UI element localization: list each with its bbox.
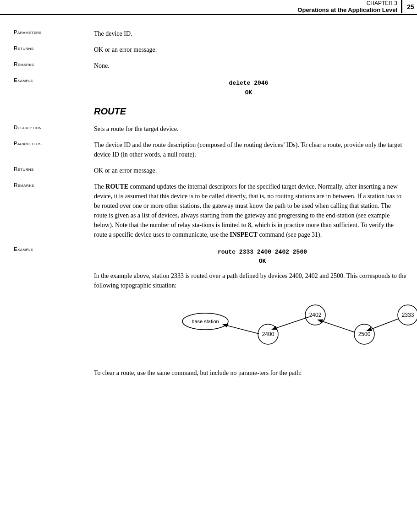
route-example-desc: In the example above, station 2333 is ro…	[94, 271, 417, 290]
route-remarks-row: Remarks The ROUTE command updates the in…	[14, 182, 403, 239]
route-example-row: Example route 2333 2400 2402 2500 OK In …	[14, 246, 403, 378]
example-label: Example	[14, 77, 94, 83]
route-description-content: Sets a route for the target device.	[94, 124, 403, 134]
page-number: 25	[401, 0, 417, 13]
chapter-subtitle: Operations at the Application Level	[0, 6, 401, 13]
route-returns-content: OK or an error message.	[94, 166, 403, 175]
topology-diagram: base station 2400 2402 2500 2333	[174, 299, 417, 359]
example-row: Example delete 2046 OK	[14, 77, 403, 100]
route-description-row: Description Sets a route for the target …	[14, 124, 403, 134]
node-2402-label: 2402	[309, 312, 322, 318]
route-section-title: ROUTE	[94, 106, 403, 117]
header-left: CHAPTER 3 Operations at the Application …	[0, 0, 401, 13]
route-parameters-row: Parameters The device ID and the route d…	[14, 140, 403, 159]
svg-line-2	[318, 320, 355, 332]
node-2333-label: 2333	[402, 312, 414, 318]
svg-line-0	[224, 325, 259, 334]
returns-label: Returns	[14, 45, 94, 51]
remarks-label: Remarks	[14, 61, 94, 67]
svg-line-3	[368, 319, 399, 331]
route-returns-label: Returns	[14, 166, 94, 172]
route-parameters-label: Parameters	[14, 140, 94, 146]
svg-line-1	[273, 317, 309, 329]
diagram-svg: base station 2400 2402 2500 2333	[174, 299, 417, 359]
example-code: delete 2046 OK	[94, 79, 403, 98]
parameters-row: Parameters The device ID.	[14, 29, 403, 38]
route-returns-row: Returns OK or an error message.	[14, 166, 403, 175]
returns-row: Returns OK or an error message.	[14, 45, 403, 54]
example-content: delete 2046 OK	[94, 77, 403, 100]
parameters-label: Parameters	[14, 29, 94, 35]
node-2400-label: 2400	[262, 331, 274, 337]
page-content: Parameters The device ID. Returns OK or …	[0, 29, 417, 398]
route-example-label: Example	[14, 246, 94, 252]
remarks-row: Remarks None.	[14, 61, 403, 71]
route-remarks-label: Remarks	[14, 182, 94, 188]
route-parameters-content: The device ID and the route description …	[94, 140, 403, 159]
node-2500-label: 2500	[358, 331, 371, 337]
remarks-content: None.	[94, 61, 403, 71]
route-example-code: route 2333 2400 2402 2500 OK	[94, 248, 417, 267]
base-station-label: base station	[192, 319, 219, 324]
route-remarks-content: The ROUTE command updates the internal d…	[94, 182, 403, 239]
route-example-content: route 2333 2400 2402 2500 OK In the exam…	[94, 246, 417, 378]
route-description-label: Description	[14, 124, 94, 130]
clear-route-text: To clear a route, use the same command, …	[94, 368, 417, 378]
returns-content: OK or an error message.	[94, 45, 403, 54]
page-header: CHAPTER 3 Operations at the Application …	[0, 0, 417, 15]
parameters-content: The device ID.	[94, 29, 403, 38]
chapter-label: CHAPTER 3	[0, 0, 401, 6]
